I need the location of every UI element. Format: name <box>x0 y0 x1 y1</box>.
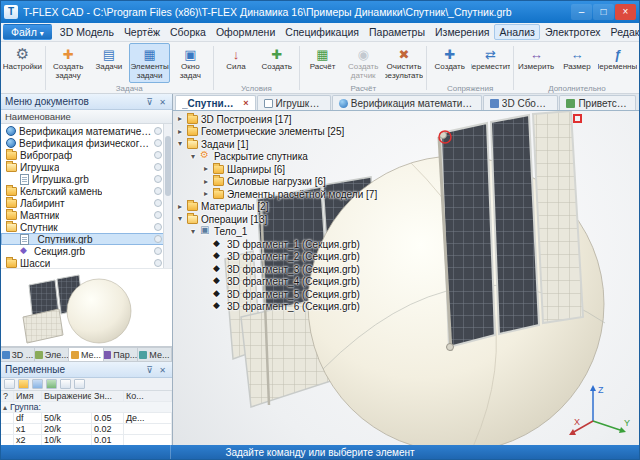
minimize-button[interactable]: – <box>571 4 592 20</box>
menu-drawing[interactable]: Чертёж <box>119 24 165 40</box>
doc-tab-igrushka[interactable]: Игрушка.grb <box>257 95 331 110</box>
3d-viewport[interactable]: 3D Построения [17] Геометрические элемен… <box>173 111 639 445</box>
menu-specification[interactable]: Спецификация <box>280 24 364 40</box>
tab-3d-model[interactable]: 3D ... <box>1 348 35 361</box>
settings-button[interactable]: Настройки <box>2 43 43 83</box>
model-tree-item[interactable]: 3D фрагмент_3 (Секция.grb) <box>204 263 377 276</box>
menu-analysis[interactable]: Анализ <box>494 24 539 40</box>
dimension-button[interactable]: Размер <box>557 43 598 83</box>
menu-3d-model[interactable]: 3D Модель <box>55 24 119 40</box>
visibility-icon[interactable] <box>154 151 162 159</box>
menu-parameters[interactable]: Параметры <box>364 24 430 40</box>
var-toolbar-new-icon[interactable] <box>4 379 15 389</box>
visibility-icon[interactable] <box>154 235 162 243</box>
collapse-arrow-icon[interactable] <box>178 215 187 223</box>
expand-arrow-icon[interactable] <box>178 203 187 211</box>
doc-tree-item[interactable]: Кельтский камень <box>1 185 172 197</box>
doc-tree-item[interactable]: Игрушка <box>1 161 172 173</box>
menu-measurements[interactable]: Измерения <box>430 24 494 40</box>
doc-tree-item[interactable]: Секция.grb <box>1 245 172 257</box>
model-tree-item[interactable]: 3D фрагмент_2 (Секция.grb) <box>204 251 377 264</box>
move-button[interactable]: Переместить <box>470 43 511 83</box>
variable-row[interactable]: x2 10/k 0.01 <box>1 435 172 445</box>
model-tree-item[interactable]: Шарниры [6] <box>204 163 377 176</box>
calculate-button[interactable]: Расчёт <box>302 43 343 83</box>
collapse-arrow-icon[interactable] <box>191 153 200 161</box>
var-toolbar-open-icon[interactable] <box>18 379 29 389</box>
visibility-icon[interactable] <box>154 127 162 135</box>
var-toolbar-add-icon[interactable] <box>46 379 57 389</box>
expand-arrow-icon[interactable] <box>204 190 213 198</box>
model-tree-item[interactable]: 3D фрагмент_4 (Секция.grb) <box>204 276 377 289</box>
doc-tree-item[interactable]: Верификация физического ма... <box>1 137 172 149</box>
visibility-icon[interactable] <box>154 211 162 219</box>
doc-tab-welcome[interactable]: Приветствие <box>559 95 636 110</box>
menu-editors[interactable]: Редакторы <box>606 24 639 40</box>
scrollbar-thumb[interactable] <box>165 136 171 196</box>
tab-menu-2[interactable]: Ме... <box>138 348 172 361</box>
visibility-icon[interactable] <box>154 187 162 195</box>
doc-tree-column-header[interactable]: Наименование <box>1 110 172 124</box>
doc-tree-scrollbar[interactable] <box>163 124 172 268</box>
close-panel-icon[interactable] <box>157 365 168 375</box>
variable-row[interactable]: df 50/k 0.05 Де... <box>1 413 172 424</box>
model-tree-item[interactable]: Тело_1 <box>191 226 377 239</box>
create-task-button[interactable]: Создать задачу <box>48 43 89 83</box>
tab-elements[interactable]: Эле... <box>35 348 69 361</box>
force-button[interactable]: Сила <box>216 43 257 83</box>
var-toolbar-list-icon[interactable] <box>32 379 43 389</box>
model-tree-item[interactable]: Элементы расчётной модели [7] <box>204 188 377 201</box>
variables-group-row[interactable]: Группа: <box>1 402 172 413</box>
close-tab-icon[interactable]: × <box>243 98 248 108</box>
expand-arrow-icon[interactable] <box>178 128 187 136</box>
menu-assembly[interactable]: Сборка <box>165 24 211 40</box>
measure-button[interactable]: Измерить <box>516 43 557 83</box>
visibility-icon[interactable] <box>154 223 162 231</box>
tasks-button[interactable]: Задачи <box>88 43 129 83</box>
model-tree-item[interactable]: 3D фрагмент_6 (Секция.grb) <box>204 301 377 314</box>
doc-tree-item[interactable]: Лабиринт <box>1 197 172 209</box>
task-elements-button[interactable]: Элементы задачи <box>129 43 170 83</box>
doc-tree-item[interactable]: Шасси <box>1 257 172 268</box>
close-button[interactable]: × <box>615 4 636 20</box>
doc-tree-item[interactable]: Маятник <box>1 209 172 221</box>
doc-tab-assembly[interactable]: 3D Сборка 1 <box>483 95 559 110</box>
collapse-arrow-icon[interactable] <box>178 140 187 148</box>
doc-tree-item[interactable]: Виброграф <box>1 149 172 161</box>
tab-parameters[interactable]: Пар... <box>104 348 138 361</box>
create-sensor-button[interactable]: Создать датчик <box>343 43 384 83</box>
variables-button[interactable]: Переменные <box>597 43 638 83</box>
visibility-icon[interactable] <box>154 175 162 183</box>
close-panel-icon[interactable] <box>157 97 168 107</box>
model-tree-item[interactable]: 3D фрагмент_1 (Секция.grb) <box>204 238 377 251</box>
var-toolbar-filter-icon[interactable] <box>74 379 85 389</box>
pin-icon[interactable] <box>144 97 155 107</box>
expand-arrow-icon[interactable] <box>178 115 187 123</box>
collapse-arrow-icon[interactable] <box>191 228 200 236</box>
model-tree-item[interactable]: Раскрытие спутника <box>191 151 377 164</box>
maximize-button[interactable]: □ <box>593 4 614 20</box>
task-window-button[interactable]: Окно задач <box>170 43 211 83</box>
doc-tree-item[interactable]: Верификация математическог... <box>1 125 172 137</box>
tab-document-menu[interactable]: Ме... <box>69 348 103 361</box>
doc-tree-item[interactable]: Спутник <box>1 221 172 233</box>
clear-results-button[interactable]: Очистить результаты <box>384 43 425 83</box>
menu-file[interactable]: Файл <box>3 24 52 40</box>
menu-layout[interactable]: Оформлени <box>211 24 280 40</box>
model-tree-item[interactable]: 3D Построения [17] <box>178 113 377 126</box>
pin-icon[interactable] <box>144 365 155 375</box>
model-tree-item[interactable]: Геометрические элементы [25] <box>178 126 377 139</box>
doc-tree-item-selected[interactable]: _Спутник.grb <box>1 233 172 245</box>
expand-arrow-icon[interactable] <box>204 165 213 173</box>
variable-row[interactable]: x1 20/k 0.02 <box>1 424 172 435</box>
doc-tree-item[interactable]: Игрушка.grb <box>1 173 172 185</box>
expand-arrow-icon[interactable] <box>204 178 213 186</box>
model-tree-item[interactable]: 3D фрагмент_5 (Секция.grb) <box>204 288 377 301</box>
visibility-icon[interactable] <box>154 247 162 255</box>
visibility-icon[interactable] <box>154 163 162 171</box>
visibility-icon[interactable] <box>154 139 162 147</box>
doc-tab-sputnik[interactable]: _Спутник.grb × <box>175 95 256 110</box>
model-tree-item[interactable]: Материалы [2] <box>178 201 377 214</box>
visibility-icon[interactable] <box>154 259 162 267</box>
model-tree-item[interactable]: Силовые нагрузки [6] <box>204 176 377 189</box>
